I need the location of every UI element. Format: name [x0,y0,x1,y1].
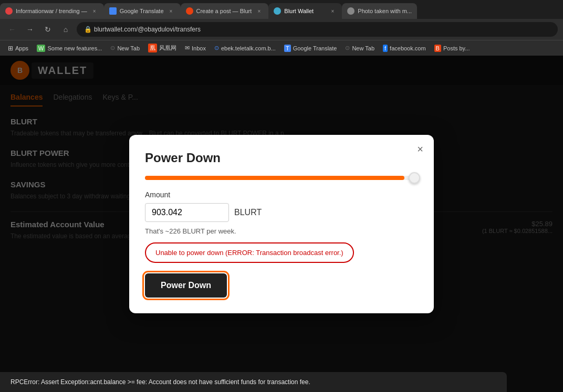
posts-icon: B [434,45,441,52]
tab-title-google-translate: Google Translate [120,8,164,14]
power-down-button[interactable]: Power Down [145,273,227,298]
bookmark-posts[interactable]: B Posts by... [431,44,474,53]
tab-title-create-post: Create a post — Blurt [196,8,252,14]
google-translate-bm-icon: T [284,45,291,52]
bookmark-newtab2-label: New Tab [352,45,374,51]
lock-icon: 🔒 [84,26,92,33]
amount-currency: BLURT [234,208,262,217]
tab-favicon-photo [347,7,355,15]
bookmark-apps[interactable]: ⊞ Apps [4,44,32,53]
tab-favicon-blurt-wallet [274,7,281,15]
new-features-icon: W [37,45,45,52]
tab-title-blurt-wallet: Blurt Wallet [284,8,325,14]
bookmark-fenghuang[interactable]: 凰 风凰网 [144,43,180,54]
bookmark-google-translate-label: Google Translate [293,45,337,51]
newtab2-icon: ⊙ [345,45,350,51]
tab-create-post[interactable]: Create a post — Blurt × [181,3,269,19]
bottom-error-bar: RPCError: Assert Exception:acnt.balance … [0,372,507,392]
amount-row: BLURT [145,203,418,222]
amount-label: Amount [145,190,418,199]
apps-icon: ⊞ [8,45,13,52]
facebook-icon: f [383,45,388,52]
bookmark-new-features[interactable]: W Some new features... [33,44,106,53]
forward-button[interactable]: → [23,23,37,36]
tab-blurt-wallet[interactable]: Blurt Wallet × [268,3,342,19]
slider-fill [145,176,404,180]
bookmark-inbox-label: Inbox [192,45,206,51]
inbox-icon: ✉ [185,45,190,51]
error-message: Unable to power down (ERROR: Transaction… [145,242,354,263]
bottom-error-message: RPCError: Assert Exception:acnt.balance … [11,378,310,386]
tab-favicon-informationwar [5,7,13,15]
tab-close-blurt-wallet[interactable]: × [328,7,337,15]
bookmark-newtab1[interactable]: ⊙ New Tab [107,44,143,52]
fenghuang-icon: 凰 [148,44,157,52]
ebek-icon: ⊙ [214,45,219,51]
tab-favicon-create-post [186,7,193,15]
bookmark-google-translate[interactable]: T Google Translate [280,44,341,53]
tab-informationwar[interactable]: Informationwar / trending — × [0,3,104,19]
tab-title-photo: Photo taken with m... [358,8,412,14]
amount-input[interactable] [145,203,229,222]
bookmark-fenghuang-label: 风凰网 [159,44,176,52]
tab-close-create-post[interactable]: × [255,7,263,15]
slider-container[interactable] [145,176,418,180]
tab-google-translate[interactable]: Google Translate × [104,3,181,19]
tab-bar: Informationwar / trending — × Google Tra… [0,0,563,19]
tab-photo[interactable]: Photo taken with m... [342,3,417,19]
tab-close-informationwar[interactable]: × [90,7,99,15]
bookmark-newtab1-label: New Tab [117,45,140,51]
bookmark-ebek[interactable]: ⊙ ebek.teletalk.com.b... [211,44,279,52]
address-text: blurtwallet.com/@obaydulovi/transfers [94,26,201,33]
address-bar: ← → ↻ ⌂ 🔒 blurtwallet.com/@obaydulovi/tr… [0,19,563,40]
tab-close-google-translate[interactable]: × [167,7,175,15]
modal-title: Power Down [145,151,418,165]
reload-button[interactable]: ↻ [41,23,55,36]
tab-title-informationwar: Informationwar / trending — [16,8,87,14]
home-button[interactable]: ⌂ [59,23,72,36]
tab-favicon-google-translate [109,7,117,15]
address-input[interactable]: 🔒 blurtwallet.com/@obaydulovi/transfers [77,22,558,37]
page-content: B WALLET Balances Delegations Keys & P..… [0,56,563,392]
bookmark-new-features-label: Some new features... [47,45,102,51]
bookmark-posts-label: Posts by... [443,45,470,51]
bookmark-apps-label: Apps [15,45,28,51]
bookmark-newtab2[interactable]: ⊙ New Tab [341,44,378,52]
bookmark-inbox[interactable]: ✉ Inbox [181,44,210,52]
slider-thumb[interactable] [409,172,420,184]
weekly-note: That's ~226 BLURT per week. [145,227,418,235]
back-button[interactable]: ← [5,23,19,36]
modal-overlay: × Power Down Amount BLURT That's ~226 BL… [0,56,563,392]
bookmark-facebook-label: facebook.com [390,45,425,51]
bookmark-facebook[interactable]: f facebook.com [379,44,430,53]
power-down-modal: × Power Down Amount BLURT That's ~226 BL… [129,135,434,313]
bookmarks-bar: ⊞ Apps W Some new features... ⊙ New Tab … [0,40,563,56]
slider-track [145,176,418,180]
modal-close-button[interactable]: × [417,143,423,155]
bookmark-ebek-label: ebek.teletalk.com.b... [221,45,276,51]
newtab1-icon: ⊙ [110,45,115,51]
browser-chrome: Informationwar / trending — × Google Tra… [0,0,563,56]
